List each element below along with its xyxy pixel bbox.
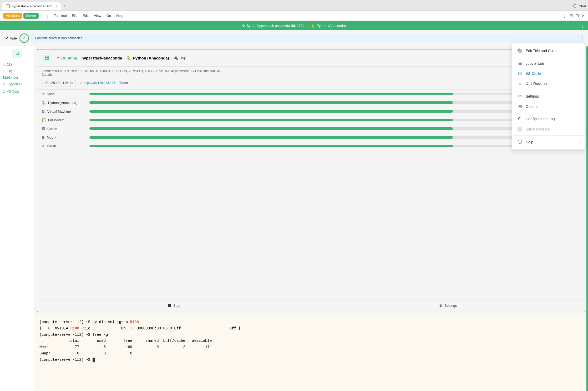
file-menu[interactable]: File (70, 13, 80, 19)
more-icon[interactable]: ⋮ (562, 13, 567, 19)
stop-button[interactable]: Stop (37, 302, 311, 309)
serial-console-item: ⬜ Serial Console (512, 124, 585, 134)
dropdown-sep-2 (512, 90, 585, 90)
service-icon: ⟳ (42, 92, 45, 96)
options-arrow-icon: › (579, 104, 580, 109)
right-main: 🖥 ✦ Running hyperstack-anaconda 🐍 Python… (34, 46, 588, 391)
jupyterlab-item[interactable]: ⊞ JupyterLab (512, 58, 585, 68)
service-name: ⟳ Sync (42, 92, 86, 96)
https-link[interactable]: ↗ https://38.128.233.145 (80, 81, 115, 85)
terminal-line: total used free shared buff/cache availa… (39, 338, 583, 344)
dropdown-sep-4 (512, 135, 585, 136)
hide-label: Hide (10, 36, 17, 40)
h100-highlight: H100 (70, 326, 79, 330)
service-name: ⬇ Install (42, 144, 86, 148)
cost-display: $2.02/hour (3, 76, 31, 79)
server-header: 🖥 ✦ Running hyperstack-anaconda 🐍 Python… (37, 49, 585, 67)
config-log-item[interactable]: ⏱ Configuration Log (512, 114, 585, 124)
view-menu[interactable]: View (92, 13, 103, 19)
vscode-item[interactable]: ⬡ VS Code (512, 68, 585, 79)
x11-desktop-item[interactable]: 🖥 X11 Desktop (512, 79, 585, 89)
server-button[interactable]: Server (23, 13, 39, 19)
edit-title-color-item[interactable]: 🎨 Edit Title and Color (512, 46, 585, 56)
edit-menu[interactable]: Edit (80, 13, 90, 19)
token-button[interactable]: Token... (119, 81, 130, 85)
service-icon: ⊞ (42, 135, 45, 139)
help-menu[interactable]: Help (114, 13, 125, 19)
stop-icon (168, 304, 171, 307)
sync-icon: ⟳ (242, 24, 245, 28)
serial-console-icon: ⬜ (517, 127, 523, 132)
service-icon: 🐍 (42, 101, 46, 105)
toolbar-separator: ~ (40, 13, 42, 18)
progress-bar (89, 93, 453, 95)
options-item[interactable]: ⊟ Options › (512, 101, 585, 112)
go-menu[interactable]: Go (104, 13, 113, 19)
ip-row: 38.128.233.145 ⧉ ↗ https://38.128.233.14… (42, 79, 581, 87)
terminal-icon (44, 14, 48, 18)
service-name: 📋 Filesystem (42, 118, 86, 122)
terminal-line: (compute-server-112) ~$ nvidia-smi |grep… (39, 319, 583, 325)
hyp-icon: 🔌 (173, 56, 178, 60)
settings-button[interactable]: ⚙ Settings (311, 302, 585, 309)
split-h-icon[interactable]: ⊟ (569, 13, 573, 18)
vscode-sidebar-link[interactable]: ⬡ VS Code (3, 89, 31, 94)
h100-highlight: H100 (130, 320, 139, 324)
edit-title-icon: 🎨 (517, 48, 523, 53)
copy-ip-button[interactable]: ⧉ (70, 81, 73, 85)
service-label: Virtual Machine (47, 109, 71, 113)
tab-close-button[interactable]: × (55, 4, 57, 8)
service-name: 🗄 Cache (42, 127, 86, 131)
services-table: ⟳ Sync ✓ Ready 1 min 🐍 Python (Anaconda)… (37, 90, 585, 299)
jupyterlab-icon: ⊞ (3, 82, 5, 86)
server-info: Standard n3-H100x1 with 1 × NVIDIA H100-… (37, 67, 585, 90)
chat-icon: 💬 (573, 4, 577, 8)
progress-bar (89, 127, 453, 130)
assistant-button[interactable]: Assistant (3, 13, 22, 19)
new-tab-button[interactable]: + (61, 3, 68, 9)
close-icon[interactable]: ✕ (581, 13, 585, 18)
split-v-icon[interactable]: ⊡ (575, 13, 579, 18)
service-label: Python (Anaconda) (48, 101, 77, 105)
service-row: 🗄 Cache ✓ Ready 4 minu... (37, 124, 585, 133)
jupyterlab-sidebar-link[interactable]: ⊞ JupyterLab (3, 82, 31, 87)
progress-bar-container (89, 127, 517, 130)
terminal-menu[interactable]: Terminal (52, 13, 69, 19)
server-icon-sidebar: 🖥 (12, 49, 22, 58)
service-row: ⊞ Mount ✓ Ready 4 minutes ago (37, 133, 585, 142)
dropdown-sep-1 (512, 57, 585, 57)
help-item[interactable]: ⓘ Help › (512, 137, 585, 147)
progress-bar (89, 101, 453, 104)
service-label: Install (47, 144, 56, 148)
log-link[interactable]: ⏱ Log (3, 68, 31, 74)
progress-bar (89, 110, 453, 113)
terminal-line: Swap: 0 0 0 (39, 350, 583, 357)
tab-bar: hyperstack-anaconda.term × + 💬 Chat (0, 0, 588, 11)
settings-icon: ⚙ (439, 304, 442, 308)
server-name-header: hyperstack-anaconda (82, 56, 122, 60)
toolbar-right: ⋮ ⊟ ⊡ ✕ (562, 13, 585, 19)
server-location: Canada. (42, 73, 581, 77)
service-icon: 📋 (42, 118, 46, 122)
server-icon-header: 🖥 (42, 53, 52, 63)
left-sidebar: 🖥 Id: 112 ⏱ Log $2.02/hour ⊞ JupyterLab … (0, 46, 34, 391)
ip-box: 38.128.233.145 ⧉ (42, 79, 76, 87)
external-link-icon: ↗ (80, 81, 83, 85)
log-icon: ⏱ (3, 69, 6, 73)
service-row: ⟳ Sync ✓ Ready 1 min (37, 90, 585, 98)
python-icon-status: 🐍 (311, 24, 315, 28)
jupyterlab-menu-icon: ⊞ (517, 61, 523, 66)
service-label: Sync (47, 92, 54, 96)
settings-item[interactable]: ⚙ Settings (512, 91, 585, 101)
service-row: 🖥 Virtual Machine ✓ Ready (37, 107, 585, 116)
active-tab[interactable]: hyperstack-anaconda.term × (2, 2, 61, 10)
progress-bar-container (89, 101, 517, 104)
settings-menu-icon: ⚙ (517, 94, 523, 99)
service-name: 🖥 Virtual Machine (42, 109, 86, 113)
ip-address: 38.128.233.145 (44, 81, 68, 85)
chat-button[interactable]: 💬 Chat (573, 4, 586, 8)
hide-button[interactable]: ✕ Hide (5, 36, 17, 40)
x11-icon: 🖥 (517, 81, 523, 86)
service-name: 🐍 Python (Anaconda) (42, 101, 86, 105)
status-more-button[interactable]: ⋮ (580, 23, 585, 28)
